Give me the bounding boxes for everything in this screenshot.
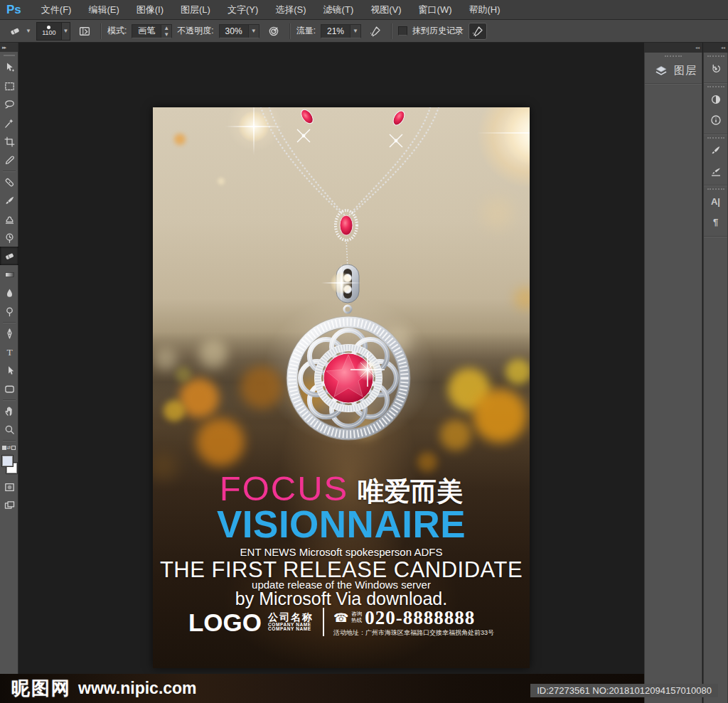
hand-tool[interactable] [0, 402, 18, 420]
layers-panel-label: 图层 [674, 64, 697, 77]
layers-panel-button[interactable]: 图层 [645, 58, 702, 84]
poster-subtitle: ENT NEWS Microsoft spokesperson ADFS [153, 546, 530, 558]
site-url: www.nipic.com [78, 679, 197, 698]
airbrush-icon[interactable] [366, 23, 385, 40]
collapse-panels-button[interactable]: ◂◂ [703, 43, 728, 53]
divider [323, 608, 324, 636]
collapse-panels-button[interactable]: ◂◂ [644, 43, 702, 53]
panel-group [704, 86, 727, 134]
path-selection-tool[interactable] [0, 361, 18, 380]
lasso-tool[interactable] [0, 95, 18, 114]
eraser-tool[interactable] [0, 247, 18, 265]
chevron-down-icon: ▼ [26, 28, 31, 34]
info-panel-button[interactable] [704, 109, 727, 130]
swap-colors-icon[interactable]: ⇄ [0, 442, 18, 454]
panel-grip[interactable] [707, 188, 724, 190]
separator [391, 23, 392, 39]
brush-panel-button[interactable] [704, 140, 727, 161]
history-brush-tool[interactable] [0, 228, 18, 247]
adjustments-panel-button[interactable] [704, 89, 727, 109]
move-tool[interactable] [0, 58, 18, 77]
history-panel-button[interactable] [704, 58, 727, 79]
collapse-tools-button[interactable]: ▸▸ [0, 43, 18, 52]
opacity-label: 不透明度: [177, 25, 213, 37]
tool-preset-picker[interactable]: ▼ [6, 23, 31, 40]
toggle-brush-panel-button[interactable] [75, 23, 94, 40]
panel-dock-body: 图层 [644, 53, 702, 703]
panel-grip[interactable] [707, 137, 724, 139]
pressure-opacity-icon[interactable] [264, 23, 283, 40]
eyedropper-tool[interactable] [0, 151, 18, 169]
panel-grip[interactable] [665, 55, 682, 57]
phone-number: 020-8888888 [365, 608, 475, 628]
mode-select[interactable]: 画笔 ▲▼ [132, 24, 172, 38]
flow-label: 流量: [296, 25, 316, 37]
poster-document[interactable]: FOCUS 唯爱而美 VISIONNAIRE ENT NEWS Microsof… [153, 107, 530, 668]
zoom-tool[interactable] [0, 420, 18, 439]
panel-dock-icons: ◂◂ A|¶ [703, 43, 728, 703]
menu-item[interactable]: 滤镜(T) [315, 0, 363, 19]
gradient-tool[interactable] [0, 265, 18, 284]
address-line: 活动地址：广州市海珠区幸福路口交接幸福拐角处前33号 [333, 630, 494, 636]
tool-group-divider [3, 399, 16, 400]
foreground-color-swatch[interactable] [2, 456, 13, 466]
menu-item[interactable]: 视图(V) [362, 0, 410, 19]
mode-label: 模式: [107, 25, 127, 37]
paragraph-panel-button[interactable]: ¶ [704, 212, 727, 232]
blur-tool[interactable] [0, 284, 18, 302]
panel-group [704, 55, 727, 83]
menu-item[interactable]: 文字(Y) [219, 0, 267, 19]
erase-to-history-label: 抹到历史记录 [412, 25, 464, 37]
healing-brush-tool[interactable] [0, 173, 18, 191]
tool-group-divider [3, 322, 16, 323]
flow-select[interactable]: 21% ▼ [321, 24, 361, 38]
brush-presets-panel-button[interactable] [704, 161, 727, 181]
type-tool[interactable]: T [0, 343, 18, 361]
poster-headline: FOCUS 唯爱而美 [153, 471, 530, 506]
headline-english: FOCUS [220, 471, 349, 506]
eraser-icon [6, 23, 24, 40]
menu-item[interactable]: 文件(F) [33, 0, 80, 19]
photoshop-logo-icon: Ps [6, 3, 21, 17]
tool-group-divider [3, 171, 16, 171]
tool-group-divider [3, 440, 16, 441]
panel-grip[interactable] [707, 55, 724, 57]
menu-item[interactable]: 编辑(E) [80, 0, 127, 19]
rectangular-marquee-tool[interactable] [0, 77, 18, 95]
panel-group [704, 137, 727, 186]
poster-title: VISIONNAIRE [153, 505, 530, 543]
svg-text:T: T [6, 347, 12, 358]
magic-wand-tool[interactable] [0, 114, 18, 132]
clone-stamp-tool[interactable] [0, 210, 18, 228]
panel-grip[interactable] [707, 86, 724, 87]
quick-mask-button[interactable] [0, 478, 18, 496]
workspace: ▸▸ T ⇄ [0, 43, 728, 703]
tool-palette: ▸▸ T ⇄ [0, 43, 18, 703]
color-swatches [0, 455, 18, 478]
pen-tool[interactable] [0, 324, 18, 343]
brush-tool[interactable] [0, 191, 18, 210]
shape-tool[interactable] [0, 380, 18, 398]
poster-line3: by Microsoft Via download. [153, 589, 530, 609]
headline-chinese: 唯爱而美 [358, 478, 463, 505]
dodge-tool[interactable] [0, 302, 18, 321]
screen-mode-button[interactable] [0, 496, 18, 515]
menu-item[interactable]: 图像(I) [128, 0, 172, 19]
menu-item[interactable]: 窗口(W) [410, 0, 461, 19]
menu-item[interactable]: 选择(S) [267, 0, 314, 19]
logo-text: LOGO [188, 610, 262, 635]
character-panel-button[interactable]: A| [704, 191, 727, 212]
separator [289, 23, 290, 39]
menu-item[interactable]: 图层(L) [172, 0, 219, 19]
options-bar: ▼ 1100 ▼ 模式: 画笔 ▲▼ 不透明度: 30% ▼ 流量: 21% ▼ [0, 20, 728, 43]
canvas-area[interactable]: FOCUS 唯爱而美 VISIONNAIRE ENT NEWS Microsof… [19, 43, 643, 703]
layers-icon [654, 64, 668, 78]
opacity-select[interactable]: 30% ▼ [219, 24, 259, 38]
pressure-size-icon[interactable] [469, 23, 487, 40]
brush-size-value: 1100 [42, 30, 55, 36]
crop-tool[interactable] [0, 132, 18, 151]
menu-item[interactable]: 帮助(H) [461, 0, 509, 19]
panel-grip[interactable] [4, 55, 15, 56]
brush-preset-picker[interactable]: 1100 ▼ [36, 22, 70, 41]
erase-to-history-checkbox[interactable] [398, 26, 407, 36]
